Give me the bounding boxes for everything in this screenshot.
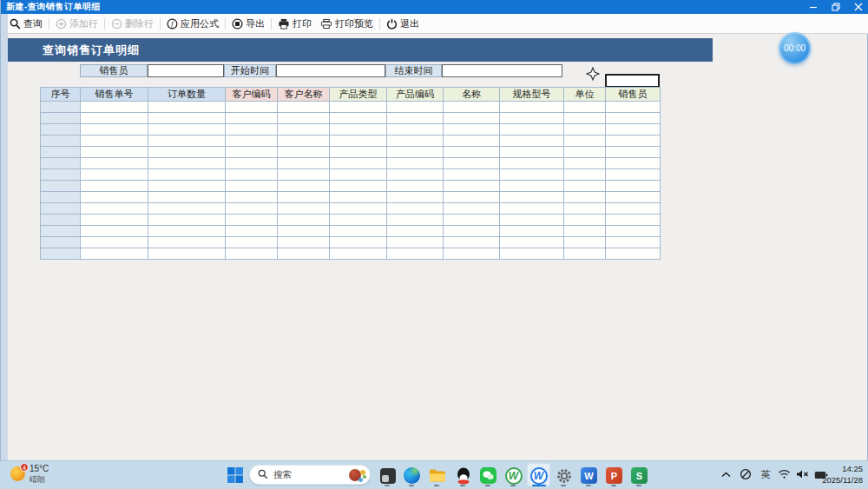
table-cell[interactable] [330, 113, 387, 124]
table-cell[interactable] [41, 135, 81, 147]
col-header[interactable]: 客户名称 [278, 88, 330, 102]
table-cell[interactable] [500, 192, 564, 203]
table-cell[interactable] [226, 192, 278, 203]
table-cell[interactable] [226, 248, 278, 260]
table-cell[interactable] [148, 102, 226, 113]
table-cell[interactable] [500, 124, 564, 135]
do-not-disturb-icon[interactable] [739, 467, 753, 481]
table-cell[interactable] [564, 113, 606, 124]
table-cell[interactable] [330, 192, 387, 203]
table-cell[interactable] [81, 237, 148, 248]
table-cell[interactable] [387, 192, 444, 203]
table-cell[interactable] [81, 113, 148, 124]
table-cell[interactable] [41, 169, 81, 181]
table-cell[interactable] [148, 124, 226, 135]
table-cell[interactable] [500, 113, 564, 124]
table-cell[interactable] [226, 226, 278, 237]
table-cell[interactable] [148, 226, 226, 237]
table-cell[interactable] [41, 226, 81, 237]
table-cell[interactable] [500, 248, 564, 260]
table-cell[interactable] [148, 203, 226, 215]
table-cell[interactable] [41, 192, 81, 203]
table-cell[interactable] [226, 124, 278, 135]
table-cell[interactable] [226, 169, 278, 181]
table-cell[interactable] [564, 237, 606, 248]
add-row-button[interactable]: 添加行 [51, 16, 102, 32]
table-cell[interactable] [500, 237, 564, 248]
window-titlebar[interactable]: 新建-查询销售订单明细 [1, 0, 868, 14]
table-cell[interactable] [564, 158, 606, 169]
table-cell[interactable] [278, 226, 330, 237]
table-cell[interactable] [81, 124, 148, 135]
col-header[interactable]: 销售单号 [81, 88, 148, 102]
print-preview-button[interactable]: 打印预览 [316, 16, 378, 32]
table-cell[interactable] [148, 248, 226, 260]
table-cell[interactable] [330, 102, 387, 113]
table-cell[interactable] [387, 215, 444, 226]
table-cell[interactable] [444, 147, 500, 158]
table-cell[interactable] [564, 124, 606, 135]
table-cell[interactable] [387, 248, 444, 260]
table-cell[interactable] [81, 215, 148, 226]
table-cell[interactable] [500, 102, 564, 113]
table-cell[interactable] [148, 181, 226, 192]
edge-browser-icon[interactable] [403, 466, 421, 485]
table-cell[interactable] [387, 203, 444, 215]
table-cell[interactable] [41, 147, 81, 158]
table-cell[interactable] [226, 135, 278, 147]
table-cell[interactable] [444, 237, 500, 248]
table-cell[interactable] [330, 169, 387, 181]
col-header[interactable]: 订单数量 [148, 88, 226, 102]
table-cell[interactable] [606, 237, 661, 248]
table-cell[interactable] [278, 215, 330, 226]
table-cell[interactable] [606, 169, 661, 181]
table-cell[interactable] [148, 192, 226, 203]
start-button[interactable] [227, 466, 244, 484]
col-header[interactable]: 规格型号 [500, 88, 564, 102]
table-cell[interactable] [500, 147, 564, 158]
table-cell[interactable] [500, 169, 564, 181]
table-cell[interactable] [148, 135, 226, 147]
table-cell[interactable] [500, 226, 564, 237]
table-cell[interactable] [606, 192, 661, 203]
qq-icon[interactable] [454, 466, 472, 485]
table-cell[interactable] [226, 215, 278, 226]
table-cell[interactable] [41, 158, 81, 169]
tray-chevron-up-icon[interactable] [719, 467, 733, 481]
table-cell[interactable] [226, 203, 278, 215]
table-cell[interactable] [81, 248, 148, 260]
table-cell[interactable] [41, 181, 81, 192]
table-cell[interactable] [148, 158, 226, 169]
col-header[interactable]: 名称 [444, 88, 500, 102]
table-cell[interactable] [278, 181, 330, 192]
powerpoint-icon[interactable]: P [605, 466, 623, 485]
table-cell[interactable] [387, 113, 444, 124]
table-cell[interactable] [387, 158, 444, 169]
delete-row-button[interactable]: 删除行 [107, 16, 158, 32]
timer-badge[interactable]: 00:00 [779, 32, 811, 64]
table-cell[interactable] [278, 158, 330, 169]
table-cell[interactable] [444, 158, 500, 169]
restore-button[interactable] [829, 2, 843, 12]
table-cell[interactable] [387, 226, 444, 237]
table-cell[interactable] [278, 124, 330, 135]
table-cell[interactable] [81, 135, 148, 147]
table-cell[interactable] [226, 181, 278, 192]
table-cell[interactable] [226, 113, 278, 124]
taskbar-search[interactable]: 搜索 [249, 465, 371, 485]
table-cell[interactable] [564, 192, 606, 203]
col-header[interactable]: 单位 [564, 88, 606, 102]
table-cell[interactable] [444, 215, 500, 226]
table-cell[interactable] [81, 169, 148, 181]
table-cell[interactable] [387, 102, 444, 113]
selected-cell[interactable] [605, 74, 660, 88]
exit-button[interactable]: 退出 [382, 16, 424, 32]
wps-sheet-icon[interactable]: S [630, 466, 648, 485]
table-cell[interactable] [444, 124, 500, 135]
app-w-green-icon[interactable]: W [504, 466, 523, 485]
table-cell[interactable] [81, 102, 148, 113]
taskbar-clock[interactable]: 14:25 2025/11/28 [807, 464, 863, 486]
table-cell[interactable] [330, 135, 387, 147]
table-cell[interactable] [564, 248, 606, 260]
table-cell[interactable] [41, 215, 81, 226]
